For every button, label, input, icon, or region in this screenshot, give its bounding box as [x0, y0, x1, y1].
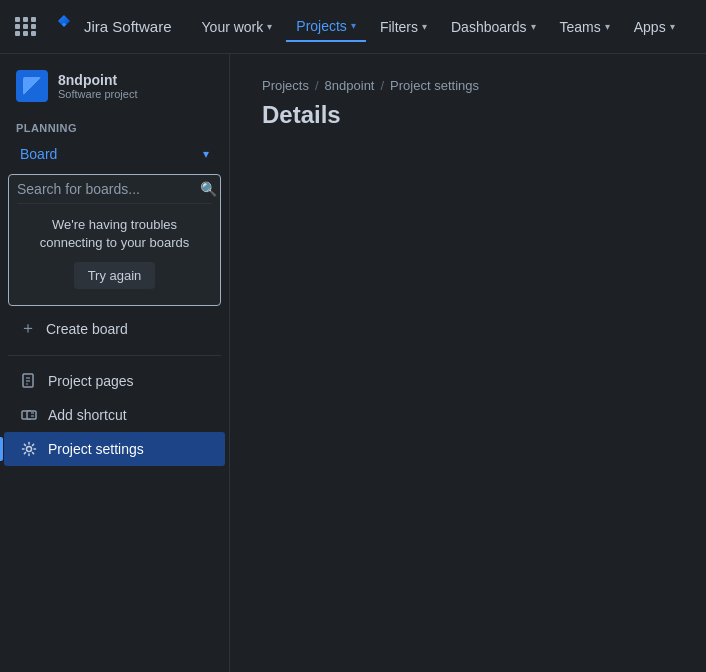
project-name: 8ndpoint [58, 72, 137, 88]
nav-your-work[interactable]: Your work ▾ [192, 13, 283, 41]
board-label: Board [20, 146, 57, 162]
boards-error-text: We're having troubles connecting to your… [33, 216, 196, 252]
chevron-down-icon: ▾ [605, 21, 610, 32]
main-layout: 8ndpoint Software project PLANNING Board… [0, 54, 706, 672]
svg-rect-5 [27, 411, 36, 419]
project-type: Software project [58, 88, 137, 100]
breadcrumb-projects[interactable]: Projects [262, 78, 309, 93]
grid-menu-icon[interactable] [12, 13, 40, 41]
pages-icon [20, 372, 38, 390]
settings-icon [20, 440, 38, 458]
sidebar-divider [8, 355, 221, 356]
sidebar-item-add-shortcut[interactable]: Add shortcut [4, 398, 225, 432]
chevron-down-icon: ▾ [267, 21, 272, 32]
nav-dashboards[interactable]: Dashboards ▾ [441, 13, 546, 41]
sidebar-item-project-settings[interactable]: Project settings [4, 432, 225, 466]
search-input[interactable] [17, 181, 192, 197]
chevron-down-icon: ▾ [351, 20, 356, 31]
nav-projects[interactable]: Projects ▾ [286, 12, 366, 42]
breadcrumb-8ndpoint[interactable]: 8ndpoint [325, 78, 375, 93]
jira-logo[interactable]: Jira Software [44, 11, 180, 43]
boards-error-panel: We're having troubles connecting to your… [17, 203, 212, 301]
board-dropdown[interactable]: Board ▾ [4, 138, 225, 170]
shortcut-icon [20, 406, 38, 424]
search-boards-container: 🔍 We're having troubles connecting to yo… [8, 174, 221, 306]
svg-point-8 [27, 447, 32, 452]
sidebar: 8ndpoint Software project PLANNING Board… [0, 54, 230, 672]
nav-filters[interactable]: Filters ▾ [370, 13, 437, 41]
chevron-down-icon: ▾ [531, 21, 536, 32]
create-board-label: Create board [46, 321, 128, 337]
nav-apps[interactable]: Apps ▾ [624, 13, 685, 41]
chevron-down-icon: ▾ [422, 21, 427, 32]
chevron-down-icon: ▾ [670, 21, 675, 32]
project-settings-label: Project settings [48, 441, 144, 457]
try-again-button[interactable]: Try again [74, 262, 156, 289]
create-board-item[interactable]: ＋ Create board [4, 310, 225, 347]
add-shortcut-label: Add shortcut [48, 407, 127, 423]
project-pages-label: Project pages [48, 373, 134, 389]
sidebar-item-project-pages[interactable]: Project pages [4, 364, 225, 398]
planning-label: PLANNING [0, 114, 229, 138]
plus-icon: ＋ [20, 318, 36, 339]
breadcrumb: Projects / 8ndpoint / Project settings [262, 78, 674, 93]
chevron-down-icon: ▾ [203, 147, 209, 161]
logo-text: Jira Software [84, 18, 172, 35]
nav-teams[interactable]: Teams ▾ [550, 13, 620, 41]
main-content: Projects / 8ndpoint / Project settings D… [230, 54, 706, 672]
top-nav: Jira Software Your work ▾ Projects ▾ Fil… [0, 0, 706, 54]
page-title: Details [262, 101, 674, 129]
breadcrumb-sep-1: / [315, 78, 319, 93]
jira-logo-icon [52, 15, 76, 39]
search-icon: 🔍 [200, 181, 217, 197]
breadcrumb-current: Project settings [390, 78, 479, 93]
breadcrumb-sep-2: / [380, 78, 384, 93]
project-icon [16, 70, 48, 102]
project-header[interactable]: 8ndpoint Software project [0, 54, 229, 114]
